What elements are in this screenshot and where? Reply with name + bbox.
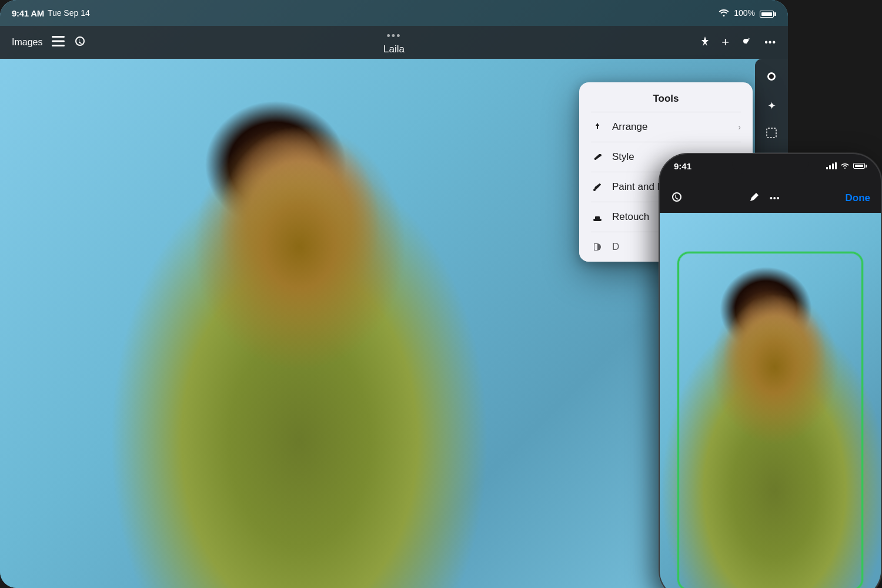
svg-rect-5 — [767, 128, 776, 138]
circle-icon — [766, 71, 777, 85]
svg-rect-10 — [595, 216, 600, 219]
sidebar-toggle-icon[interactable] — [52, 36, 65, 49]
tools-panel-title: Tools — [653, 93, 679, 104]
side-tool-selection[interactable] — [760, 122, 783, 146]
svg-rect-2 — [52, 45, 65, 46]
svg-rect-13 — [829, 165, 831, 169]
sparkle-icon: ✦ — [767, 99, 776, 112]
arrange-chevron: › — [738, 122, 741, 132]
svg-rect-15 — [835, 162, 837, 169]
iphone-done-button[interactable]: Done — [846, 192, 871, 204]
svg-rect-14 — [832, 163, 834, 169]
toolbar-right: + ••• — [698, 35, 776, 50]
iphone-frame: 9:41 — [659, 153, 882, 588]
signal-icon — [826, 162, 837, 169]
iphone-history-icon[interactable] — [670, 191, 683, 206]
side-tool-sparkle[interactable]: ✦ — [760, 94, 783, 118]
back-button[interactable]: Images — [12, 37, 42, 48]
svg-point-8 — [593, 189, 596, 191]
iphone-status-icons — [826, 162, 867, 169]
wifi-icon — [719, 8, 729, 18]
iphone-notch — [732, 154, 808, 174]
side-tool-circle[interactable] — [760, 66, 783, 89]
paint-icon — [591, 181, 604, 193]
toolbar-left: Images — [12, 35, 86, 50]
pin-icon[interactable] — [698, 35, 710, 50]
add-icon[interactable]: + — [721, 35, 729, 50]
iphone-battery-icon — [853, 163, 867, 169]
iphone-time: 9:41 — [674, 161, 691, 171]
svg-rect-11 — [594, 244, 597, 250]
iphone-wifi-icon — [840, 162, 850, 169]
selection-icon — [766, 127, 777, 142]
svg-rect-12 — [826, 167, 828, 169]
battery-percent: 100% — [734, 8, 755, 18]
arrange-label: Arrange — [612, 121, 647, 133]
tools-panel-header: Tools — [579, 82, 753, 112]
toolbar-dots[interactable]: ••• — [387, 30, 402, 42]
iphone-photo-area — [660, 213, 881, 588]
status-date: Tue Sep 14 — [48, 8, 90, 18]
svg-rect-0 — [52, 36, 65, 38]
ipad-status-bar: 9:41 AM Tue Sep 14 100% — [0, 0, 788, 26]
iphone-pencil-icon[interactable] — [749, 191, 760, 206]
iphone-tools-center: ••• — [749, 191, 780, 206]
ipad-toolbar: Images ••• Laila — [0, 26, 788, 59]
iphone-more-icon[interactable]: ••• — [770, 193, 780, 203]
share-icon[interactable] — [741, 35, 753, 50]
svg-rect-1 — [52, 40, 65, 42]
d-icon — [591, 240, 604, 253]
svg-point-4 — [769, 74, 774, 79]
status-left: 9:41 AM Tue Sep 14 — [12, 8, 90, 18]
retouch-label: Retouch — [612, 211, 649, 223]
toolbar-center: ••• Laila — [383, 30, 405, 55]
iphone-toolbar: ••• Done — [660, 183, 881, 213]
arrange-icon — [591, 121, 604, 133]
document-title: Laila — [383, 44, 405, 55]
d-label: D — [612, 241, 619, 253]
tools-item-arrange[interactable]: Arrange › — [579, 112, 753, 142]
status-right: 100% — [719, 8, 776, 18]
style-label: Style — [612, 151, 634, 163]
history-icon[interactable] — [74, 35, 86, 50]
battery-icon — [760, 8, 776, 18]
style-icon — [591, 151, 604, 163]
svg-rect-7 — [597, 125, 598, 129]
more-icon[interactable]: ••• — [764, 37, 776, 48]
retouch-icon — [591, 211, 604, 223]
iphone-selection-outline — [677, 252, 863, 588]
status-time: 9:41 AM — [12, 8, 44, 18]
